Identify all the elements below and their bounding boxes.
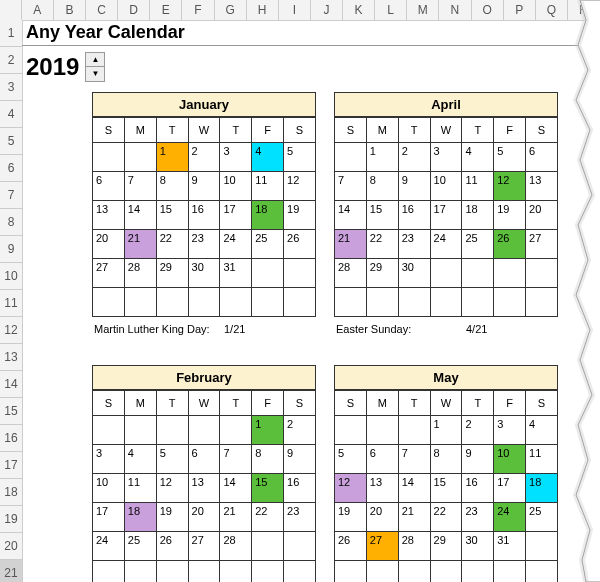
day-cell[interactable] (494, 561, 526, 583)
day-cell[interactable]: 19 (494, 201, 526, 230)
day-cell[interactable]: 21 (124, 230, 156, 259)
day-cell[interactable] (188, 561, 220, 583)
day-cell[interactable]: 21 (398, 503, 430, 532)
day-cell[interactable] (93, 561, 125, 583)
col-header-M[interactable]: M (407, 0, 439, 20)
day-cell[interactable]: 19 (156, 503, 188, 532)
day-cell[interactable]: 20 (188, 503, 220, 532)
row-header-19[interactable]: 19 (0, 506, 22, 533)
day-cell[interactable] (252, 532, 284, 561)
day-cell[interactable]: 27 (188, 532, 220, 561)
day-cell[interactable]: 11 (526, 445, 558, 474)
day-cell[interactable]: 6 (93, 172, 125, 201)
day-cell[interactable] (462, 288, 494, 317)
day-cell[interactable]: 23 (188, 230, 220, 259)
day-cell[interactable]: 3 (93, 445, 125, 474)
day-cell[interactable]: 20 (93, 230, 125, 259)
day-cell[interactable]: 17 (220, 201, 252, 230)
row-header-6[interactable]: 6 (0, 155, 22, 182)
day-cell[interactable] (430, 561, 462, 583)
day-cell[interactable]: 18 (462, 201, 494, 230)
day-cell[interactable]: 8 (430, 445, 462, 474)
row-header-17[interactable]: 17 (0, 452, 22, 479)
day-cell[interactable]: 17 (93, 503, 125, 532)
day-cell[interactable] (398, 561, 430, 583)
day-cell[interactable]: 27 (366, 532, 398, 561)
row-header-2[interactable]: 2 (0, 47, 22, 74)
day-cell[interactable]: 11 (462, 172, 494, 201)
day-cell[interactable]: 10 (494, 445, 526, 474)
day-cell[interactable] (366, 561, 398, 583)
day-cell[interactable] (462, 259, 494, 288)
day-cell[interactable]: 7 (220, 445, 252, 474)
row-header-13[interactable]: 13 (0, 344, 22, 371)
day-cell[interactable] (124, 288, 156, 317)
day-cell[interactable] (494, 288, 526, 317)
row-header-12[interactable]: 12 (0, 317, 22, 344)
day-cell[interactable]: 5 (156, 445, 188, 474)
day-cell[interactable]: 24 (93, 532, 125, 561)
col-header-L[interactable]: L (375, 0, 407, 20)
day-cell[interactable]: 22 (366, 230, 398, 259)
col-header-F[interactable]: F (182, 0, 214, 20)
day-cell[interactable]: 15 (430, 474, 462, 503)
day-cell[interactable]: 26 (284, 230, 316, 259)
col-header-D[interactable]: D (118, 0, 150, 20)
day-cell[interactable]: 29 (156, 259, 188, 288)
day-cell[interactable]: 17 (430, 201, 462, 230)
row-header-11[interactable]: 11 (0, 290, 22, 317)
day-cell[interactable] (124, 143, 156, 172)
day-cell[interactable]: 2 (284, 416, 316, 445)
col-header-G[interactable]: G (215, 0, 247, 20)
day-cell[interactable]: 31 (494, 532, 526, 561)
day-cell[interactable]: 25 (462, 230, 494, 259)
day-cell[interactable]: 24 (220, 230, 252, 259)
col-header-B[interactable]: B (54, 0, 86, 20)
day-cell[interactable]: 30 (398, 259, 430, 288)
day-cell[interactable]: 8 (156, 172, 188, 201)
day-cell[interactable]: 2 (398, 143, 430, 172)
day-cell[interactable]: 9 (284, 445, 316, 474)
day-cell[interactable]: 4 (462, 143, 494, 172)
day-cell[interactable] (284, 532, 316, 561)
day-cell[interactable] (526, 259, 558, 288)
day-cell[interactable]: 14 (398, 474, 430, 503)
day-cell[interactable]: 15 (156, 201, 188, 230)
day-cell[interactable]: 6 (188, 445, 220, 474)
day-cell[interactable] (252, 561, 284, 583)
col-header-I[interactable]: I (279, 0, 311, 20)
day-cell[interactable]: 10 (93, 474, 125, 503)
row-header-16[interactable]: 16 (0, 425, 22, 452)
day-cell[interactable] (252, 288, 284, 317)
col-header-E[interactable]: E (150, 0, 182, 20)
day-cell[interactable] (284, 561, 316, 583)
day-cell[interactable] (335, 143, 367, 172)
day-cell[interactable] (430, 259, 462, 288)
row-header-3[interactable]: 3 (0, 74, 22, 101)
day-cell[interactable]: 19 (284, 201, 316, 230)
day-cell[interactable]: 26 (335, 532, 367, 561)
day-cell[interactable]: 25 (252, 230, 284, 259)
day-cell[interactable]: 28 (124, 259, 156, 288)
day-cell[interactable]: 5 (494, 143, 526, 172)
day-cell[interactable] (430, 288, 462, 317)
day-cell[interactable]: 30 (462, 532, 494, 561)
day-cell[interactable]: 10 (220, 172, 252, 201)
day-cell[interactable] (366, 288, 398, 317)
row-header-8[interactable]: 8 (0, 209, 22, 236)
day-cell[interactable]: 12 (494, 172, 526, 201)
day-cell[interactable] (398, 288, 430, 317)
day-cell[interactable]: 14 (124, 201, 156, 230)
day-cell[interactable] (284, 259, 316, 288)
day-cell[interactable]: 25 (526, 503, 558, 532)
row-header-21[interactable]: 21 (0, 560, 22, 582)
day-cell[interactable]: 23 (398, 230, 430, 259)
day-cell[interactable]: 7 (398, 445, 430, 474)
day-cell[interactable]: 5 (335, 445, 367, 474)
day-cell[interactable]: 16 (188, 201, 220, 230)
day-cell[interactable]: 18 (252, 201, 284, 230)
day-cell[interactable]: 26 (494, 230, 526, 259)
row-header-10[interactable]: 10 (0, 263, 22, 290)
day-cell[interactable]: 25 (124, 532, 156, 561)
day-cell[interactable]: 8 (366, 172, 398, 201)
